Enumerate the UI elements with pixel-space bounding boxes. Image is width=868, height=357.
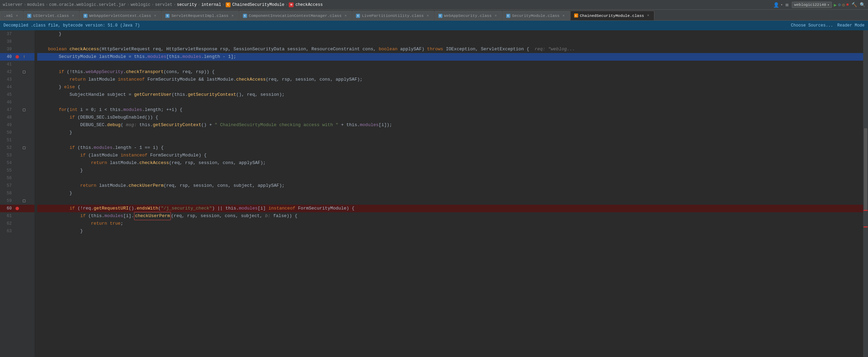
gutter-line-46: 46	[0, 99, 34, 106]
line-num-63: 63	[0, 229, 14, 234]
gutter-line-37: 37	[0, 30, 34, 38]
tab-xml-close[interactable]: ×	[14, 13, 19, 18]
server-dropdown-icon: ▾	[827, 3, 829, 7]
code-line-45: SubjectHandle subject = getCurrentUser(t…	[37, 91, 863, 99]
line-num-39: 39	[0, 47, 14, 52]
coverage-button[interactable]: ◎	[842, 2, 845, 8]
code-line-50: }	[37, 129, 863, 136]
line-num-42: 42	[0, 70, 14, 74]
line-num-54: 54	[0, 161, 14, 165]
debug-button[interactable]: ⚙	[838, 2, 841, 8]
tab-livepartition-close[interactable]: ×	[426, 13, 430, 18]
tab-xml-label: .xml	[4, 14, 13, 18]
tab-chainedsecuritymodule-label: ChainedSecurityModule.class	[580, 13, 644, 18]
gutter-line-61: 61	[0, 212, 34, 220]
breadcrumb-jar[interactable]: com.oracle.weblogic.servlet.jar	[49, 2, 126, 7]
code-line-46	[37, 99, 863, 106]
code-line-57: return lastModule.checkUserPerm(req, rsp…	[37, 182, 863, 190]
breadcrumb-internal[interactable]: internal	[201, 2, 221, 7]
code-line-53: if (lastModule instanceof FormSecurityMo…	[37, 152, 863, 159]
code-line-38	[37, 38, 863, 45]
line-num-48: 48	[0, 115, 14, 120]
line-num-43: 43	[0, 77, 14, 82]
bp-60[interactable]	[14, 207, 21, 210]
tab-livepartition-icon: C	[356, 14, 360, 18]
tab-livepartition-label: LivePartitionUtility.class	[362, 13, 423, 18]
gutter-line-53: 53	[0, 152, 34, 159]
tab-xml[interactable]: .xml ×	[0, 11, 23, 20]
bm-42	[21, 71, 28, 73]
tab-componentinvocation[interactable]: C ComponentInvocationContextManager.clas…	[239, 11, 352, 20]
left-gutter: 37 38 39 40 !	[0, 30, 34, 357]
code-line-51	[37, 136, 863, 144]
search-icon[interactable]: 🔍	[860, 2, 865, 8]
code-line-42: if (!this.webAppSecurity.checkTransport(…	[37, 68, 863, 76]
tab-webappsecurity-close[interactable]: ×	[493, 13, 498, 18]
tab-webappsecurity[interactable]: C WebAppSecurity.class ×	[435, 11, 502, 20]
scrollbar-thumb[interactable]	[864, 128, 867, 210]
tab-chainedsecuritymodule-close[interactable]: ×	[646, 13, 651, 18]
code-line-62: return true;	[37, 220, 863, 227]
breadcrumb-method[interactable]: checkAccess	[295, 2, 323, 7]
tab-livepartition[interactable]: C LivePartitionUtility.class ×	[352, 11, 434, 20]
tab-servletrequestimpl-label: ServletRequestImpl.class	[171, 13, 228, 18]
gutter-line-43: 43	[0, 76, 34, 83]
breadcrumb-weblogic[interactable]: weblogic	[131, 2, 151, 7]
tab-componentinvocation-icon: C	[243, 14, 247, 18]
gutter-line-62: 62	[0, 220, 34, 227]
tab-uiservlet-close[interactable]: ×	[71, 13, 75, 18]
tab-webappsecurity-label: WebAppSecurity.class	[444, 13, 492, 18]
tab-componentinvocation-close[interactable]: ×	[343, 13, 348, 18]
dropdown-icon: ▾	[780, 3, 783, 7]
breadcrumb-bar: wlserver › modules › com.oracle.weblogic…	[0, 0, 868, 10]
tab-servletrequestimpl[interactable]: C ServletRequestImpl.class ×	[162, 11, 239, 20]
tab-chainedsecuritymodule-icon: C	[574, 13, 578, 18]
code-line-61: if (this.modules[i].checkUserPerm(req, r…	[37, 212, 863, 220]
code-line-58: }	[37, 190, 863, 197]
stop-button[interactable]: ■	[846, 2, 849, 7]
code-line-48: if (DEBUG_SEC.isDebugEnabled()) {	[37, 114, 863, 121]
gutter-line-50: 50	[0, 129, 34, 136]
breadcrumb-modules[interactable]: modules	[27, 2, 44, 7]
tab-servletrequestimpl-close[interactable]: ×	[230, 13, 235, 18]
bp-40[interactable]	[14, 55, 21, 59]
tab-bar: .xml × C UIServlet.class × C WebAppServl…	[0, 10, 868, 21]
tab-componentinvocation-label: ComponentInvocationContextManager.class	[249, 13, 341, 18]
bm-47	[21, 109, 28, 111]
tab-securitymodule[interactable]: C SecurityModule.class ×	[502, 11, 570, 20]
breadcrumb-servlet[interactable]: servlet	[155, 2, 172, 7]
gutter-line-51: 51	[0, 136, 34, 144]
server-selector[interactable]: weblogic122140 ▾	[792, 2, 832, 8]
gutter-line-49: 49	[0, 121, 34, 129]
line-num-58: 58	[0, 191, 14, 196]
tab-uiservlet[interactable]: C UIServlet.class ×	[23, 11, 79, 20]
scrollbar[interactable]	[863, 30, 868, 357]
tab-securitymodule-close[interactable]: ×	[561, 13, 566, 18]
tab-webappservletcontext-icon: C	[83, 14, 88, 18]
run-button[interactable]: ▶	[834, 2, 837, 8]
gutter-line-41: 41	[0, 61, 34, 68]
tab-webappservletcontext[interactable]: C WebAppServletContext.class ×	[80, 11, 161, 20]
code-content[interactable]: } boolean checkAccess(HttpServletRequest…	[34, 30, 863, 357]
breadcrumb-class[interactable]: ChainedSecurityModule	[232, 2, 284, 7]
info-bar: Decompiled .class file, bytecode version…	[0, 21, 868, 30]
tab-webappservletcontext-close[interactable]: ×	[153, 13, 157, 18]
tab-servletrequestimpl-icon: C	[165, 14, 170, 18]
build-button[interactable]: 🔨	[851, 2, 857, 8]
tab-chainedsecuritymodule[interactable]: C ChainedSecurityModule.class ×	[570, 11, 654, 20]
reader-mode-button[interactable]: Reader Mode	[837, 23, 865, 28]
bm-59	[21, 200, 28, 202]
code-line-63: }	[37, 227, 863, 235]
line-num-57: 57	[0, 183, 14, 188]
gutter-line-63: 63	[0, 227, 34, 235]
line-num-44: 44	[0, 85, 14, 90]
line-num-55: 55	[0, 168, 14, 173]
breadcrumb-security[interactable]: security	[177, 2, 197, 7]
choose-sources-button[interactable]: Choose Sources...	[791, 23, 833, 28]
tab-webappservletcontext-label: WebAppServletContext.class	[89, 13, 151, 18]
breadcrumb-wlserver[interactable]: wlserver	[3, 2, 23, 7]
top-right-toolbar: 👤 ▾ ⊞ weblogic122140 ▾ ▶ ⚙ ◎ ■ 🔨 🔍	[770, 0, 868, 10]
code-line-41	[37, 61, 863, 68]
gutter-line-38: 38	[0, 38, 34, 45]
line-num-37: 37	[0, 32, 14, 37]
